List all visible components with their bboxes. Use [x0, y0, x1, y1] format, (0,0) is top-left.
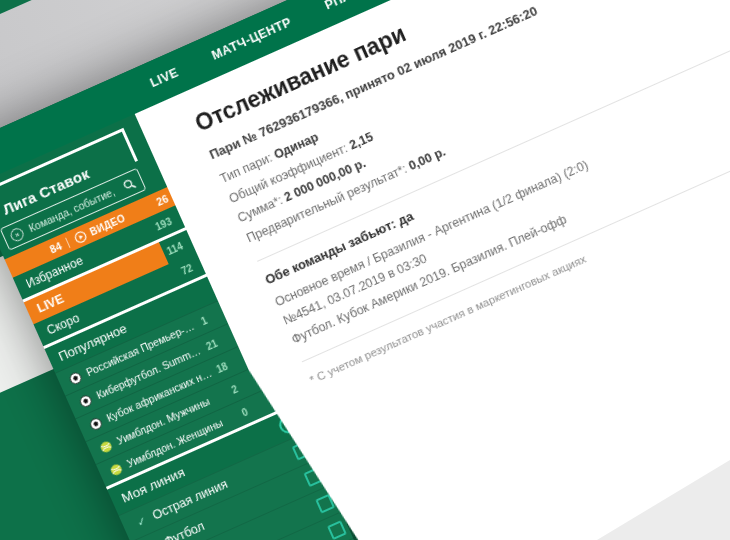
play-circle-icon: [72, 228, 89, 245]
tennis-icon: [97, 438, 114, 455]
live-tab-count: 84: [48, 240, 64, 256]
search-icon: [121, 176, 138, 193]
stage: LIVE МАТЧ-ЦЕНТР РПЛ VIP Лига Ставок ×: [0, 0, 730, 540]
count-badge: 193: [154, 215, 174, 232]
count-badge: 114: [165, 240, 184, 257]
football-icon: [67, 369, 84, 386]
tennis-icon: [108, 461, 125, 478]
video-tab-count: 26: [155, 192, 171, 208]
count-badge: 2: [230, 383, 240, 395]
count-badge: 18: [214, 360, 229, 375]
tabs-divider: [65, 237, 70, 247]
clear-search-icon[interactable]: ×: [8, 226, 25, 243]
nav-item-rpl[interactable]: РПЛ: [323, 0, 354, 12]
count-badge: 21: [204, 337, 219, 352]
site-page: LIVE МАТЧ-ЦЕНТР РПЛ VIP Лига Ставок ×: [0, 0, 730, 540]
check-icon: ✓: [135, 514, 149, 530]
count-badge: 1: [199, 315, 209, 327]
nav-item-live[interactable]: LIVE: [148, 65, 181, 90]
count-badge: 72: [179, 262, 194, 277]
football-icon: [87, 415, 104, 432]
count-badge: 0: [240, 406, 250, 418]
sport-checkbox[interactable]: [327, 520, 347, 540]
football-icon: [77, 392, 94, 409]
